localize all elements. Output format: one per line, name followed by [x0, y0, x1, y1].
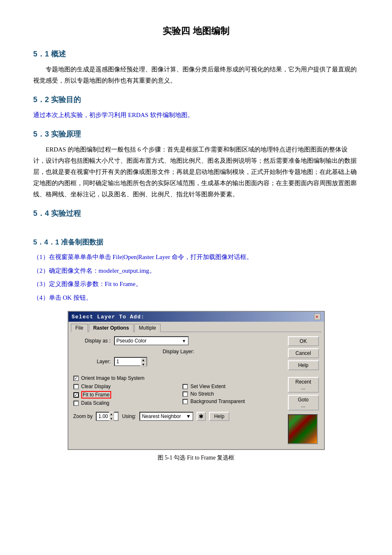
bottom-row: Zoom by 1.00 ▲ ▼ Using: Nearest Neighbor… [73, 412, 284, 421]
checkbox-set-view-extent: Set View Extent [183, 384, 284, 389]
layer-spin-up[interactable]: ▲ [141, 358, 146, 362]
section-heading-5-1: 5．1 概述 [33, 49, 359, 59]
tab-file[interactable]: File [71, 324, 88, 332]
set-view-extent-checkbox[interactable] [183, 384, 188, 389]
no-stretch-label: No Stretch [190, 391, 214, 397]
dialog-titlebar: Select Layer To Add: ✕ [68, 312, 324, 322]
step-4: （4）单击 OK 按钮。 [33, 292, 359, 304]
zoom-value: 1.00 [98, 413, 108, 419]
zoom-label: Zoom by [73, 413, 93, 419]
checkbox-col-right: Set View Extent No Stretch Background Tr… [183, 384, 284, 408]
layer-label: Layer: [73, 359, 111, 364]
section-5-1-para: 专题地图的生成是遥感图像经预处理、图像计算、图像分类后最终形成的可视化的结果，它… [33, 64, 359, 86]
checkbox-bg-transparent: Background Transparent [183, 399, 284, 404]
section-heading-5-4: 5．4 实验过程 [33, 208, 359, 218]
dialog-title: Select Layer To Add: [72, 314, 145, 320]
figure-caption: 图 5-1 勾选 Fit to Frame 复选框 [33, 454, 359, 462]
no-stretch-checkbox[interactable] [183, 391, 188, 397]
using-label: Using: [122, 413, 136, 419]
set-view-extent-label: Set View Extent [190, 384, 226, 389]
nearest-neighbor-arrow-icon: ▼ [186, 413, 191, 419]
goto-button[interactable]: Goto ... [288, 395, 319, 411]
section-heading-5-2: 5．2 实验目的 [33, 95, 359, 105]
checkbox-data-scaling: Data Scaling [73, 400, 175, 406]
checkbox-fit-to-frame: ✓ Fit to Frame [73, 391, 175, 399]
orient-row: ✓ Orient Image to Map System [73, 375, 284, 381]
dialog-right-panel: OK Cancel Help Recent ... Goto ... [284, 336, 319, 444]
fit-to-frame-label-highlighted: Fit to Frame [81, 391, 112, 399]
bottom-help-button[interactable]: Help [209, 412, 229, 421]
dialog-left-panel: Display as : Pseudo Color ▼ Display Laye… [73, 336, 284, 444]
clear-display-label: Clear Display [81, 384, 111, 389]
nearest-neighbor-select[interactable]: Nearest Neighbor ▼ [139, 412, 193, 421]
checkbox-no-stretch: No Stretch [183, 391, 284, 397]
bg-transparent-checkbox[interactable] [183, 399, 188, 404]
orient-checkbox[interactable]: ✓ [73, 376, 79, 381]
step-3: （3）定义图像显示参数：Fit to Frame。 [33, 278, 359, 290]
clear-display-checkbox[interactable] [73, 384, 79, 389]
page-title: 实验四 地图编制 [33, 25, 359, 37]
checkboxes-area: Clear Display ✓ Fit to Frame Data Scalin… [73, 384, 284, 408]
display-as-value: Pseudo Color [117, 338, 147, 344]
zoom-spin-down[interactable]: ▼ [109, 416, 114, 421]
checkbox-col-left: Clear Display ✓ Fit to Frame Data Scalin… [73, 384, 175, 408]
section-5-2-para: 通过本次上机实验，初步学习利用 ERDAS 软件编制地图。 [33, 110, 359, 121]
checkbox-clear-display: Clear Display [73, 384, 175, 389]
zoom-value-box[interactable]: 1.00 ▲ ▼ [96, 412, 119, 421]
orient-label: Orient Image to Map System [81, 375, 145, 381]
step-1: （1）在视窗菜单单条中单击 File|Open|Raster Layer 命令，… [33, 251, 359, 263]
fit-to-frame-label: Fit to Frame [81, 391, 112, 399]
section-heading-5-4-1: 5．4．1 准备制图数据 [33, 237, 359, 247]
recent-button[interactable]: Recent ... [288, 377, 319, 393]
ok-button[interactable]: OK [288, 336, 319, 346]
fit-to-frame-checkbox[interactable]: ✓ [73, 392, 79, 398]
dialog-tabs: File Raster Options Multiple [68, 322, 324, 332]
layer-spinbox[interactable]: 1 ▲ ▼ [114, 357, 147, 366]
data-scaling-checkbox[interactable] [73, 401, 79, 406]
tab-raster-options[interactable]: Raster Options [89, 324, 134, 332]
layer-spin-down[interactable]: ▼ [141, 362, 146, 367]
step-2: （2）确定图像文件名：modeler_output.img。 [33, 265, 359, 277]
display-as-label: Display as : [73, 338, 111, 344]
star-button[interactable]: ✱ [197, 412, 206, 421]
section-heading-5-3: 5．3 实验原理 [33, 129, 359, 139]
steps-list: （1）在视窗菜单单条中单击 File|Open|Raster Layer 命令，… [33, 251, 359, 303]
layer-value: 1 [115, 359, 141, 364]
bg-transparent-label: Background Transparent [190, 399, 245, 404]
display-as-select[interactable]: Pseudo Color ▼ [114, 336, 189, 345]
display-layer-label: Display Layer: [73, 349, 284, 355]
zoom-spin-up[interactable]: ▲ [109, 412, 114, 416]
data-scaling-label: Data Scaling [81, 400, 110, 406]
layer-spinbox-buttons: ▲ ▼ [141, 358, 146, 365]
section-5-3-para: ERDAS 的地图编制过程一般包括 6 个步骤：首先是根据工作需要和制图区域的地… [33, 144, 359, 200]
nearest-neighbor-value: Nearest Neighbor [142, 413, 181, 419]
display-as-arrow-icon: ▼ [182, 339, 186, 343]
tab-multiple[interactable]: Multiple [134, 324, 161, 332]
dialog-main-area: Display as : Pseudo Color ▼ Display Laye… [73, 336, 319, 444]
help-button[interactable]: Help [288, 360, 319, 370]
image-thumbnail [288, 414, 318, 444]
display-as-row: Display as : Pseudo Color ▼ [73, 336, 284, 345]
dialog-body: Display as : Pseudo Color ▼ Display Laye… [68, 332, 324, 449]
layer-row: Layer: 1 ▲ ▼ [73, 357, 284, 366]
cancel-button[interactable]: Cancel [288, 348, 319, 358]
select-layer-dialog: Select Layer To Add: ✕ File Raster Optio… [68, 311, 325, 450]
dialog-close-button[interactable]: ✕ [314, 313, 321, 320]
